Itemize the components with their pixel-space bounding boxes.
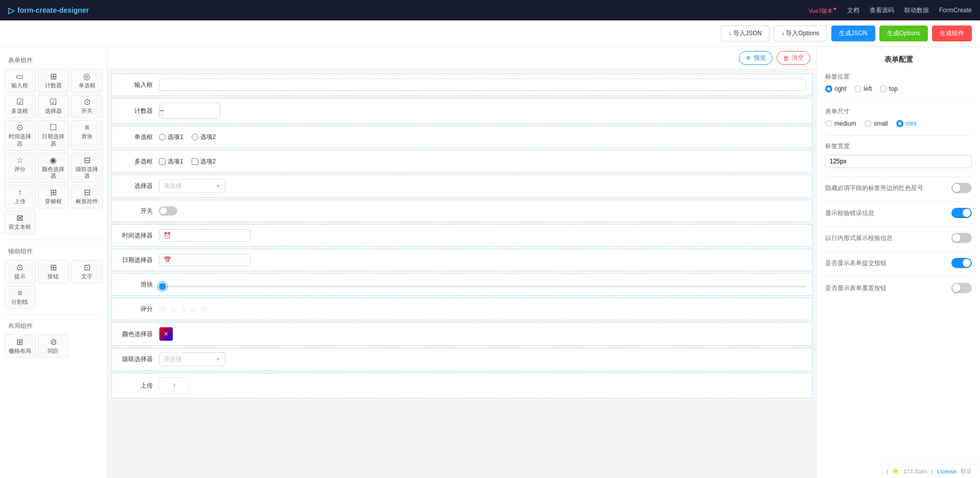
star-5[interactable]: ☆ (200, 303, 208, 315)
date-row-content: 📅 (159, 254, 806, 266)
footer-license[interactable]: License (937, 468, 956, 474)
form-row-switch[interactable]: 开关 (111, 200, 812, 222)
hide-asterisk-toggle[interactable] (951, 183, 972, 193)
checkbox-input-2[interactable] (192, 158, 198, 165)
sidebar-item-upload[interactable]: ↑ 上传 (4, 185, 36, 208)
gen-component-button[interactable]: 生成组件 (932, 26, 972, 41)
form-row-checkbox[interactable]: 多选框 选项1 选项2 (111, 150, 812, 173)
nav-activity[interactable]: 联动数据 (904, 6, 929, 15)
time-control[interactable]: ⏰ (159, 229, 251, 242)
tree-label: 树形控件 (76, 198, 98, 205)
counter-value[interactable] (164, 107, 220, 114)
sidebar-item-select[interactable]: ☑ 选择器 (38, 94, 69, 118)
select-control[interactable]: 请选择 ▼ (159, 179, 225, 193)
form-row-select[interactable]: 选择器 请选择 ▼ (111, 175, 812, 198)
radio-mini[interactable]: mini (896, 120, 917, 127)
sidebar-item-space[interactable]: ⊘ 间距 (38, 334, 69, 358)
date-control[interactable]: 📅 (159, 254, 251, 266)
form-row-date[interactable]: 日期选择器 📅 (111, 249, 812, 271)
form-row-input[interactable]: 输入框 (111, 74, 812, 96)
checkbox-option-1[interactable]: 选项1 (159, 157, 183, 166)
show-reset-toggle[interactable] (951, 283, 972, 293)
radio-option-2[interactable]: 选项2 (192, 133, 216, 141)
sidebar-item-tree[interactable]: ⊟ 树形控件 (71, 185, 103, 208)
switch-control[interactable] (159, 206, 177, 216)
gen-json-button[interactable]: 生成JSON (831, 26, 875, 41)
rate-label: 评分 (14, 166, 26, 173)
radio-medium[interactable]: medium (825, 120, 856, 127)
sidebar-item-grid[interactable]: ⊞ 栅格布局 (4, 334, 36, 358)
sidebar-item-color[interactable]: ◉ 颜色选择器 (38, 153, 69, 183)
checkbox-option-2[interactable]: 选项2 (192, 157, 216, 166)
radio-top[interactable]: top (880, 85, 898, 92)
show-submit-knob (963, 259, 971, 267)
clear-button[interactable]: 🗑 清空 (777, 51, 810, 65)
sidebar-item-time[interactable]: ⊙ 时间选择器 (4, 120, 36, 150)
form-row-upload[interactable]: 上传 ↑ (111, 373, 812, 398)
nav-docs[interactable]: 文档 (847, 6, 859, 15)
form-row-cascader[interactable]: 级联选择器 请选择 ▼ (111, 348, 812, 371)
form-row-slider[interactable]: 滑块 (111, 273, 812, 296)
sidebar-item-tooltip[interactable]: ⊙ 提示 (4, 260, 36, 283)
radio-right[interactable]: right (825, 85, 846, 92)
radio-small[interactable]: small (865, 120, 888, 127)
sidebar-item-date[interactable]: ☐ 日期选择器 (38, 120, 69, 150)
cascader-control[interactable]: 请选择 ▼ (159, 352, 225, 366)
config-show-validation: 显示校验错误信息 (825, 208, 972, 218)
color-picker[interactable]: ✕ (159, 327, 173, 341)
form-row-radio[interactable]: 单选框 选项1 选项2 (111, 126, 812, 148)
config-form-size: 表单尺寸 medium small mini (825, 107, 972, 127)
show-validation-toggle[interactable] (951, 208, 972, 218)
preview-button[interactable]: 👁 预览 (739, 51, 773, 65)
sidebar-item-radio[interactable]: ◎ 单选框 (71, 69, 103, 92)
config-label-width: 标签宽度 (825, 142, 972, 168)
sidebar-item-switch[interactable]: ⊙ 开关 (71, 94, 103, 118)
import-json-button[interactable]: ↓ 导入JSON (721, 26, 769, 41)
sidebar-item-counter[interactable]: ⊞ 计数器 (38, 69, 69, 92)
sidebar-item-divider[interactable]: ≡ 分割线 (4, 285, 36, 309)
select-label: 选择器 (45, 108, 62, 114)
sidebar-item-richtext[interactable]: ⊠ 富文本框 (4, 210, 36, 234)
nav-source[interactable]: 查看源码 (870, 6, 894, 15)
form-row-rate[interactable]: 评分 ☆ ☆ ☆ ☆ ☆ (111, 298, 812, 320)
hide-asterisk-knob (952, 184, 961, 192)
select-row-label: 选择器 (118, 182, 159, 190)
input-row-content (159, 79, 806, 91)
counter-decrement[interactable]: − (159, 103, 164, 118)
checkbox-input-1[interactable] (159, 158, 166, 165)
import-options-button[interactable]: ↓ 导入Options (774, 26, 827, 41)
sidebar-item-checkbox[interactable]: ☑ 多选框 (4, 94, 36, 118)
sidebar-item-cascader[interactable]: ⊟ 级联选择器 (71, 153, 103, 183)
sidebar-item-slider[interactable]: ≡ 滑块 (71, 120, 103, 150)
star-2[interactable]: ☆ (169, 303, 177, 315)
sidebar-item-input[interactable]: ▭ 输入框 (4, 69, 36, 92)
sidebar-item-text[interactable]: ⊡ 文字 (71, 260, 103, 283)
form-row-counter[interactable]: 计数器 − + (111, 98, 812, 124)
form-row-time[interactable]: 时间选择器 ⏰ (111, 224, 812, 247)
input-field[interactable] (159, 79, 806, 91)
radio-input-2[interactable] (192, 134, 198, 140)
config-inline-validation: 以行内形式展示校验信息 (825, 233, 972, 243)
radio-medium-label: medium (834, 120, 856, 127)
sidebar-item-carousel[interactable]: ⊞ 穿梭框 (38, 185, 69, 208)
star-3[interactable]: ☆ (179, 303, 188, 315)
trash-icon: 🗑 (783, 55, 789, 62)
radio-left[interactable]: left (854, 85, 872, 92)
star-1[interactable]: ☆ (159, 303, 167, 315)
slider-thumb[interactable] (159, 283, 166, 290)
show-submit-toggle[interactable] (951, 258, 972, 268)
slider-track[interactable] (159, 285, 806, 288)
radio-input-1[interactable] (159, 134, 166, 140)
inline-validation-toggle[interactable] (951, 233, 972, 243)
nav-vue3[interactable]: Vue3版本★ (809, 6, 837, 15)
form-row-color[interactable]: 颜色选择器 ✕ (111, 322, 812, 346)
upload-control[interactable]: ↑ (159, 377, 190, 394)
label-width-input[interactable] (825, 155, 972, 168)
sidebar-item-rate[interactable]: ☆ 评分 (4, 153, 36, 183)
gen-options-button[interactable]: 生成Options (879, 26, 928, 41)
nav-formcreate[interactable]: FormCreate (939, 7, 972, 14)
sidebar-item-button[interactable]: ⊞ 按钮 (38, 260, 69, 283)
cascader-row-content: 请选择 ▼ (159, 352, 806, 366)
star-4[interactable]: ☆ (190, 303, 198, 315)
radio-option-1[interactable]: 选项1 (159, 133, 183, 141)
